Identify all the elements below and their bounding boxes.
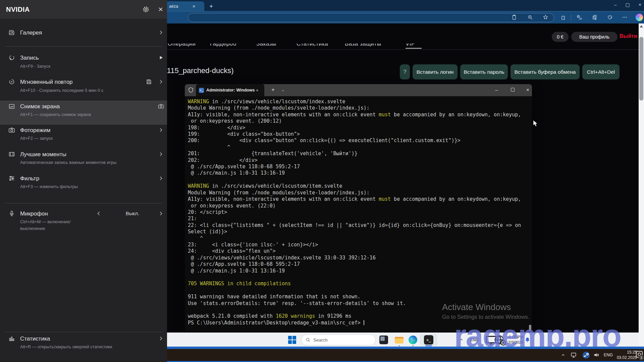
search-icon [306, 338, 311, 343]
nav-item[interactable]: Операции [168, 44, 196, 47]
chevron-right-icon[interactable] [158, 335, 164, 342]
terminal-line: 20: </script> [188, 209, 521, 216]
terminal-body[interactable]: WARNING in ./src/views/vehicle/lscustom/… [185, 96, 532, 331]
scrollbar-up-arrow[interactable] [640, 25, 643, 27]
speaker-icon[interactable] [593, 352, 600, 358]
chevron-right-icon[interactable] [158, 175, 164, 182]
scrollbar-thumb[interactable] [639, 37, 643, 101]
terminal-line: 23: <i class={'icon ilsc-' + icon}></i> [188, 242, 521, 248]
ethernet-icon[interactable] [570, 352, 577, 358]
terminal-line: @ ./src/main.js 1:0-31 13:16-19 [188, 268, 521, 274]
save-icon[interactable] [146, 78, 152, 85]
terminal-line: A11y: visible, non-interactive elements … [188, 112, 521, 118]
powershell-icon: >_ [199, 88, 204, 93]
console-action-button[interactable]: Вставить буфера обмена [511, 64, 580, 79]
terminal-line: Module Warning (from ./node_modules/svel… [188, 190, 521, 196]
favorite-star-icon[interactable] [542, 13, 549, 21]
nvidia-menu-item[interactable] [0, 74, 167, 100]
overlay-close-icon[interactable]: × [158, 5, 163, 14]
terminal-tab-close-icon[interactable]: × [256, 88, 259, 93]
mic-next-icon[interactable] [158, 210, 164, 217]
terminal-minimize-button[interactable]: – [495, 87, 498, 93]
terminal-output: WARNING in ./src/views/vehicle/lscustom/… [188, 99, 521, 326]
terminal-restore-button[interactable] [511, 88, 515, 92]
nav-item[interactable]: Гардероб [210, 44, 236, 47]
profile-button[interactable]: Ваш профиль [571, 32, 618, 42]
camera-icon[interactable] [158, 103, 164, 110]
host-clock[interactable]: 15:25 03.02.2025 [615, 350, 637, 360]
balance-pill[interactable]: 0 € [552, 32, 569, 42]
terminal-cursor [364, 320, 364, 325]
chevron-right-icon[interactable] [158, 29, 164, 36]
new-tab-button[interactable]: + [209, 3, 213, 10]
highlights-icon [8, 150, 15, 158]
settings-more-icon[interactable] [621, 13, 628, 21]
running-indicator [412, 345, 414, 346]
terminal-line: @ ./src/main.js 1:0-31 13:16-19 [188, 170, 521, 176]
nvidia-menu-item[interactable] [0, 331, 167, 356]
chevron-right-icon[interactable] [158, 151, 164, 158]
terminal-dropdown-icon[interactable]: ⌄ [281, 88, 284, 92]
chevron-right-icon[interactable] [158, 78, 164, 85]
mic-value: Выкл. [121, 210, 144, 216]
tab-close-icon[interactable]: × [193, 4, 195, 9]
browser-essentials-icon[interactable] [606, 13, 613, 21]
edge-taskbar-icon[interactable] [409, 336, 417, 344]
terminal-line: 198: </div> [188, 125, 521, 131]
mic-prev-icon[interactable] [95, 210, 102, 217]
menu-item-sublabel: Alt+F1 — сохранить снимок экрана [20, 112, 91, 117]
active-nav-underline [406, 48, 422, 49]
nvidia-overlay-panel: NVIDIA × ГалереяЗаписьAlt+F9 - ЗапускМгн… [0, 0, 167, 362]
taskbar-app-icon[interactable] [379, 336, 388, 344]
chevron-right-icon[interactable] [158, 127, 164, 133]
clipboard-icon[interactable] [510, 13, 518, 21]
extensions-icon[interactable] [559, 13, 567, 21]
terminal-line: WARNING in ./src/views/vehicle/lscustom/… [188, 183, 521, 189]
nvidia-menu-item[interactable] [0, 50, 167, 75]
favorites-bar-icon[interactable] [576, 13, 583, 21]
terminal-new-tab-button[interactable]: + [271, 86, 275, 93]
nvidia-brand: NVIDIA [6, 6, 30, 13]
zoom-in-icon[interactable] [526, 13, 534, 21]
host-language-indicator[interactable]: ENG [604, 352, 613, 358]
host-time: 15:25 [615, 350, 637, 355]
file-explorer-icon[interactable] [395, 336, 404, 344]
terminal-taskbar-icon[interactable]: >_ [424, 335, 433, 344]
server-name-heading: (8115_parched-ducks) [160, 66, 234, 75]
address-bar[interactable] [188, 13, 554, 22]
page-scrollbar[interactable] [639, 23, 644, 347]
host-tray-chevron-icon[interactable] [561, 352, 566, 358]
logout-link[interactable]: Выйти [620, 33, 637, 39]
nav-item[interactable]: Статистика [297, 44, 328, 47]
console-action-button[interactable]: Вставить пароль [460, 64, 508, 79]
stats-icon [8, 335, 15, 342]
nvidia-menu-item[interactable] [0, 122, 167, 148]
window-minimize-button[interactable]: – [614, 2, 617, 7]
copilot-icon[interactable] [636, 14, 643, 21]
start-button[interactable] [288, 336, 296, 344]
play-icon[interactable] [158, 54, 164, 61]
nav-item[interactable]: Заказы [256, 44, 276, 47]
console-action-button[interactable]: Вставить логин [413, 64, 458, 79]
console-action-button[interactable]: Ctrl+Alt+Del [582, 64, 620, 79]
help-button[interactable]: ? [400, 64, 410, 79]
nvidia-menu-item[interactable] [0, 146, 167, 172]
gear-icon[interactable] [142, 6, 150, 13]
browser-tab-title: aéza [169, 4, 191, 9]
terminal-close-button[interactable]: × [526, 87, 529, 93]
nvidia-menu-item[interactable] [0, 171, 167, 196]
nvidia-menu-item[interactable] [0, 99, 167, 124]
taskbar-search[interactable]: Search [301, 335, 376, 345]
terminal-titlebar[interactable]: >_ Administrator: Windows Pow × + ⌄ – × [185, 84, 532, 96]
nav-item[interactable]: База защиты [345, 44, 381, 47]
menu-item-sublabel: Alt+F10 - Сохранить последние 5 мин 0 с [20, 88, 103, 93]
steam-tray-icon[interactable] [583, 352, 590, 358]
terminal-tab[interactable]: >_ Administrator: Windows Pow × [196, 84, 264, 96]
terminal-line: 24: <div class="flex un"> [188, 248, 521, 254]
collections-icon[interactable] [591, 13, 598, 21]
window-close-button[interactable]: × [639, 2, 641, 7]
nav-item[interactable]: VIP [406, 44, 415, 47]
terminal-line: 21: [188, 216, 521, 222]
terminal-line [188, 274, 521, 281]
window-maximize-button[interactable]: ▢ [626, 2, 630, 7]
